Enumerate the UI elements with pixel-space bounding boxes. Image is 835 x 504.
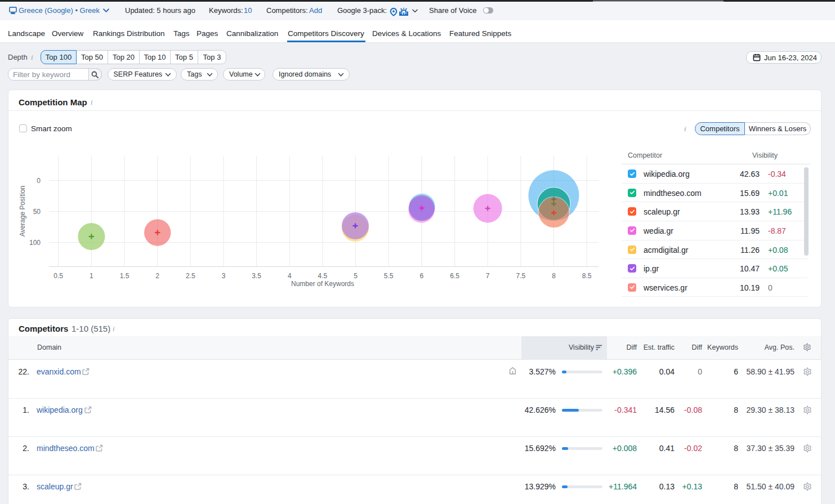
svg-text:7.5: 7.5 [516,272,525,280]
svg-text:2: 2 [155,272,159,280]
svg-text:1.5: 1.5 [120,272,130,280]
svg-text:Average Position: Average Position [19,186,26,237]
svg-text:Number of Keywords: Number of Keywords [291,280,354,288]
svg-text:8.5: 8.5 [582,272,592,280]
svg-text:4: 4 [288,272,292,280]
svg-text:2.5: 2.5 [186,272,195,280]
svg-text:0.5: 0.5 [53,272,63,280]
svg-text:6: 6 [420,272,424,280]
svg-text:100: 100 [29,239,41,247]
svg-text:0: 0 [37,177,41,185]
svg-text:7: 7 [486,272,490,280]
svg-text:8: 8 [552,272,556,280]
svg-text:1: 1 [90,272,93,280]
svg-text:4.5: 4.5 [318,272,328,280]
svg-text:5: 5 [354,272,358,280]
svg-text:3: 3 [222,272,226,280]
svg-text:5.5: 5.5 [384,272,394,280]
svg-text:50: 50 [33,208,41,216]
svg-text:6.5: 6.5 [450,272,459,280]
svg-text:3.5: 3.5 [252,272,261,280]
